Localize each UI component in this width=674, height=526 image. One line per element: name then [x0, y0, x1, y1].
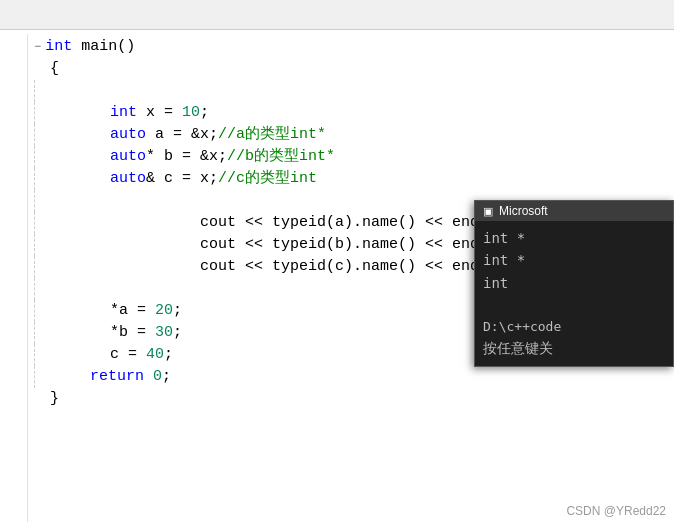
indent-guide [34, 80, 50, 102]
code-line: return 0 ; [34, 366, 674, 388]
indent-guide [34, 190, 50, 212]
semi: ; [164, 344, 173, 366]
console-line-6: 按任意键关 [483, 337, 665, 359]
line-content: *b = 30 ; [110, 322, 182, 344]
code-line: auto & c = x; //c的类型int [34, 168, 674, 190]
kw-auto2: auto [110, 146, 146, 168]
indent-guide [34, 212, 50, 234]
line-gutter [0, 34, 28, 522]
code-line [34, 80, 674, 102]
console-window: ▣ Microsoft int * int * int D:\c++code 按… [474, 200, 674, 367]
line-content: auto * b = &x; //b的类型int* [110, 146, 335, 168]
indent-guide [34, 168, 50, 190]
kw-auto3: auto [110, 168, 146, 190]
plain: * b = &x; [146, 146, 227, 168]
plain: x = [137, 102, 182, 124]
console-line-1: int * [483, 227, 665, 249]
code-line: int x = 10 ; [34, 102, 674, 124]
console-titlebar: ▣ Microsoft [475, 201, 673, 221]
num-30: 30 [155, 322, 173, 344]
indent-guide [34, 256, 50, 278]
plain-text [72, 36, 81, 58]
code-line: − int main () [34, 36, 674, 58]
code-line: auto a = &x; //a的类型int* [34, 124, 674, 146]
code-line: { [34, 58, 674, 80]
line-content: *a = 20 ; [110, 300, 182, 322]
kw-return: return [90, 366, 144, 388]
code-line: auto * b = &x; //b的类型int* [34, 146, 674, 168]
indent-guide [34, 102, 50, 124]
line-content: auto & c = x; //c的类型int [110, 168, 317, 190]
console-icon: ▣ [483, 205, 493, 218]
brace-open: { [50, 58, 59, 80]
kw-auto: auto [110, 124, 146, 146]
console-line-4 [483, 294, 665, 316]
line-content: c = 40 ; [110, 344, 173, 366]
console-line-3: int [483, 272, 665, 294]
editor-area: − int main () { int x = [0, 0, 674, 526]
plain: & c = x; [146, 168, 218, 190]
num-0: 0 [153, 366, 162, 388]
line-content: int x = 10 ; [110, 102, 209, 124]
indent-guide [34, 278, 50, 300]
indent-guide [34, 146, 50, 168]
paren: () [117, 36, 135, 58]
plain: c = [110, 344, 146, 366]
comment-c: //c的类型int [218, 168, 317, 190]
watermark: CSDN @YRedd22 [566, 504, 666, 518]
semi: ; [173, 322, 182, 344]
comment-a: //a的类型int* [218, 124, 326, 146]
num-10: 10 [182, 102, 200, 124]
num-20: 20 [155, 300, 173, 322]
semi: ; [173, 300, 182, 322]
plain: *b = [110, 322, 155, 344]
line-content: return 0 ; [90, 366, 171, 388]
keyword-int: int [45, 36, 72, 58]
kw-int: int [110, 102, 137, 124]
top-bar [0, 0, 674, 30]
semi: ; [200, 102, 209, 124]
fn-main: main [81, 36, 117, 58]
brace-close: } [50, 388, 59, 410]
comment-b: //b的类型int* [227, 146, 335, 168]
semi: ; [162, 366, 171, 388]
plain: a = &x; [146, 124, 218, 146]
num-40: 40 [146, 344, 164, 366]
indent-guide [34, 344, 50, 366]
code-line: } [34, 388, 674, 410]
indent-guide [34, 366, 50, 388]
indent-guide [34, 234, 50, 256]
plain [144, 366, 153, 388]
indent-guide [34, 124, 50, 146]
console-line-2: int * [483, 249, 665, 271]
indent-guide [34, 300, 50, 322]
console-body: int * int * int D:\c++code 按任意键关 [475, 221, 673, 366]
indent-guide [34, 322, 50, 344]
line-content: auto a = &x; //a的类型int* [110, 124, 326, 146]
console-line-5: D:\c++code [483, 317, 665, 338]
plain: *a = [110, 300, 155, 322]
console-title: Microsoft [499, 204, 548, 218]
collapse-icon[interactable]: − [34, 36, 41, 58]
